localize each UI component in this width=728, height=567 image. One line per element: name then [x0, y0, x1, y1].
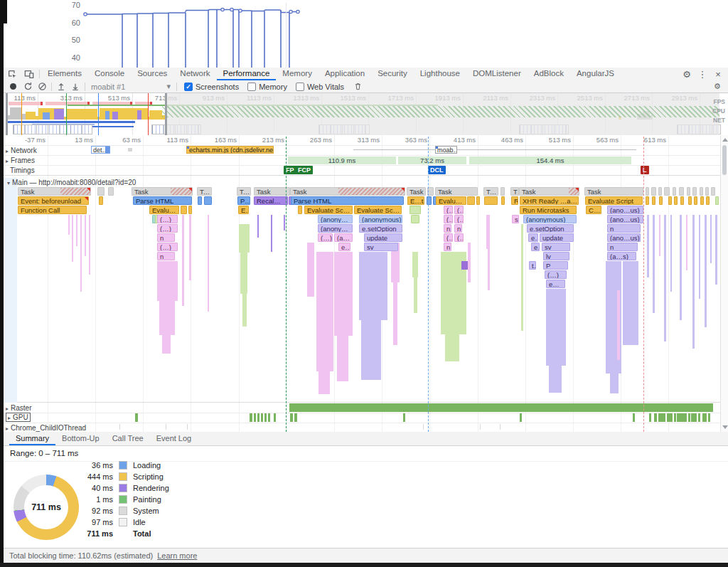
flame-event-bar[interactable]: sv [542, 243, 570, 251]
flame-stack-column[interactable] [240, 253, 247, 294]
flame-event-bar[interactable]: Task [237, 187, 251, 196]
record-icon[interactable] [10, 83, 16, 90]
flame-event-bar[interactable]: Co…pt [586, 206, 601, 214]
flame-event-bar[interactable]: Pa…L [237, 196, 250, 205]
flame-stack-column[interactable] [486, 215, 490, 249]
flame-event-bar[interactable] [700, 196, 704, 205]
toolbar-checkbox[interactable]: Screenshots [184, 83, 239, 91]
learn-more-link[interactable]: Learn more [157, 551, 197, 560]
flame-stack-column[interactable] [337, 336, 348, 381]
flame-event-bar[interactable]: n [157, 233, 175, 242]
flame-event-bar[interactable] [674, 196, 678, 205]
flame-event-bar[interactable]: n [607, 224, 641, 233]
gpu-activity-bar[interactable] [702, 413, 707, 422]
details-tab[interactable]: Bottom-Up [55, 432, 106, 445]
flame-stack-column[interactable] [710, 215, 712, 263]
flame-event-bar[interactable] [501, 196, 505, 205]
flame-stack-column[interactable] [468, 243, 471, 282]
flame-stack-column[interactable] [659, 215, 660, 256]
flame-event-bar[interactable] [668, 196, 672, 205]
flame-stack-column[interactable] [664, 215, 666, 341]
flame-event-bar[interactable] [700, 187, 703, 196]
flame-stack-column[interactable] [686, 215, 687, 270]
inspect-element-icon[interactable] [4, 68, 21, 80]
flame-event-bar[interactable]: E…t [407, 196, 424, 205]
gpu-activity-bar[interactable] [688, 413, 690, 422]
flame-stack-column[interactable] [670, 215, 672, 292]
frame-duration-band[interactable]: 73.2 ms [397, 157, 467, 164]
main-track-header[interactable]: ▾Main — http://moabit:8080/detail?id=20 [7, 179, 136, 186]
flame-event-bar[interactable]: (…) [157, 224, 178, 233]
more-menu-icon[interactable]: ⋮ [695, 69, 710, 80]
flame-event-bar[interactable]: sv [364, 243, 398, 251]
flame-event-bar[interactable] [679, 187, 684, 196]
details-tab[interactable]: Summary [9, 432, 55, 445]
flame-event-bar[interactable] [692, 187, 697, 196]
flame-event-bar[interactable] [298, 206, 302, 214]
flame-event-bar[interactable] [97, 187, 105, 196]
flame-stack-column[interactable] [680, 215, 682, 320]
flame-event-bar[interactable]: Evaluate Script [585, 196, 643, 205]
flame-event-bar[interactable]: (… [444, 233, 453, 242]
flame-event-bar[interactable] [108, 187, 114, 196]
gpu-activity-bar[interactable] [257, 413, 259, 422]
flame-event-bar[interactable]: e.setOption [359, 224, 402, 233]
flame-stack-column[interactable] [414, 277, 417, 313]
network-request-bar[interactable] [128, 148, 132, 152]
flame-event-bar[interactable]: Parse HTML [291, 196, 404, 205]
flame-event-bar[interactable]: Run Microtasks [520, 206, 577, 214]
flame-stack-column[interactable] [617, 290, 620, 360]
flame-event-bar[interactable] [484, 196, 498, 205]
track-network[interactable]: ▸Network [6, 147, 37, 154]
gpu-activity-bar[interactable] [708, 413, 710, 422]
frame-duration-band[interactable]: 154.4 ms [469, 157, 632, 164]
flame-stack-column[interactable] [76, 215, 77, 246]
gpu-activity-bar[interactable] [268, 413, 270, 422]
devtools-tab[interactable]: Performance [217, 68, 277, 80]
devtools-tab[interactable]: Application [318, 68, 371, 80]
flame-stack-column[interactable] [699, 215, 700, 299]
flame-stack-column[interactable] [521, 224, 523, 331]
flame-event-bar[interactable]: XHR Ready …ate Change [520, 196, 579, 205]
flame-event-bar[interactable]: Parse HTML [133, 196, 192, 205]
flame-event-bar[interactable]: Evaluate Script [354, 206, 402, 214]
flame-stack-column[interactable] [610, 373, 619, 393]
flame-event-bar[interactable]: Function Call [18, 206, 87, 214]
flame-event-bar[interactable] [646, 196, 649, 205]
flame-event-bar[interactable]: Evaluate Script [304, 206, 353, 214]
flame-event-bar[interactable]: update [364, 233, 402, 242]
track-timings[interactable]: Timings [10, 166, 35, 174]
flame-event-bar[interactable]: T… [510, 187, 519, 196]
flame-event-bar[interactable] [664, 187, 670, 196]
flame-event-bar[interactable] [680, 196, 684, 205]
flame-stack-column[interactable] [257, 215, 259, 238]
devtools-tab[interactable]: Elements [41, 68, 88, 80]
flame-event-bar[interactable] [411, 215, 419, 223]
clear-icon[interactable] [36, 81, 48, 92]
flame-event-bar[interactable]: lv [543, 252, 569, 260]
flame-event-bar[interactable]: Task [197, 187, 212, 196]
flame-stack-column[interactable] [549, 366, 562, 393]
flame-stack-column[interactable] [653, 215, 655, 313]
flame-stack-column[interactable] [239, 224, 250, 253]
garbage-collect-icon[interactable] [351, 81, 364, 92]
gpu-activity-bar[interactable] [264, 413, 267, 422]
gpu-activity-bar[interactable] [135, 413, 138, 422]
flame-stack-column[interactable] [647, 215, 649, 277]
flame-event-bar[interactable] [652, 196, 655, 205]
flame-event-bar[interactable]: (… [454, 206, 464, 214]
gpu-activity-bar[interactable] [674, 413, 676, 422]
flame-stack-column[interactable] [393, 282, 397, 345]
frame-duration-band[interactable]: 110.9 ms [287, 157, 397, 164]
flame-stack-column[interactable] [307, 243, 314, 297]
flame-event-bar[interactable]: (…) [157, 215, 178, 223]
gpu-activity-bar[interactable] [403, 413, 405, 422]
flame-event-bar[interactable]: e… [531, 243, 540, 251]
flame-event-bar[interactable]: E…t [238, 206, 249, 214]
gpu-activity-bar[interactable] [250, 413, 252, 422]
flame-stack-column[interactable] [189, 215, 191, 280]
track-gpu[interactable]: ▸GPU [6, 413, 31, 421]
flame-event-bar[interactable]: (a…s) [607, 252, 636, 260]
flame-stack-column[interactable] [361, 320, 381, 380]
track-frames[interactable]: ▸Frames [6, 157, 35, 164]
